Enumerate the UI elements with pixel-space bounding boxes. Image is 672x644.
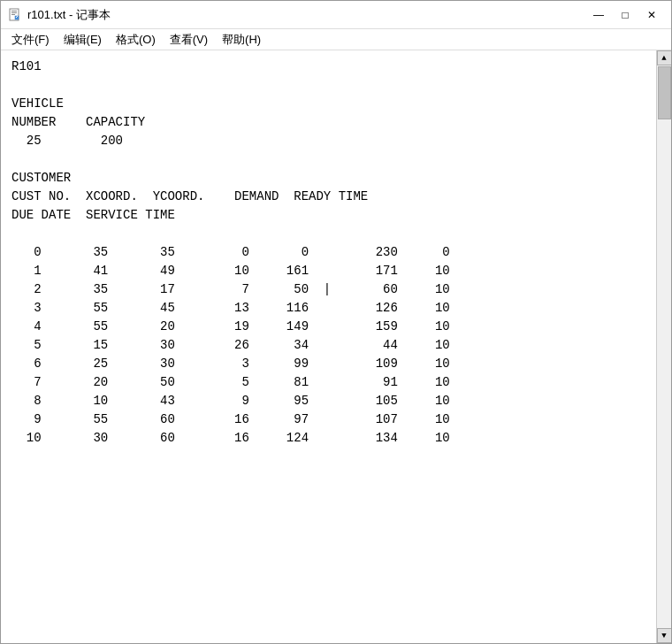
- close-button[interactable]: ✕: [639, 5, 664, 25]
- scroll-up-button[interactable]: ▲: [657, 50, 672, 65]
- window-title: r101.txt - 记事本: [27, 7, 111, 23]
- title-bar-left: r101.txt - 记事本: [8, 7, 111, 23]
- scroll-thumb[interactable]: [658, 66, 671, 119]
- menu-file[interactable]: 文件(F): [4, 30, 57, 50]
- menu-bar: 文件(F) 编辑(E) 格式(O) 查看(V) 帮助(H): [1, 29, 671, 50]
- scroll-track[interactable]: [657, 65, 672, 628]
- minimize-button[interactable]: —: [586, 5, 611, 25]
- scroll-down-button[interactable]: ▼: [657, 628, 672, 643]
- menu-help[interactable]: 帮助(H): [215, 30, 268, 50]
- svg-rect-2: [11, 12, 17, 13]
- content-area: R101 VEHICLE NUMBER CAPACITY 25 200 CUST…: [1, 50, 671, 643]
- menu-edit[interactable]: 编辑(E): [57, 30, 109, 50]
- svg-rect-1: [11, 11, 17, 12]
- notepad-window: r101.txt - 记事本 — □ ✕ 文件(F) 编辑(E) 格式(O) 查…: [0, 0, 672, 644]
- title-controls: — □ ✕: [586, 5, 664, 25]
- menu-view[interactable]: 查看(V): [163, 30, 215, 50]
- maximize-button[interactable]: □: [613, 5, 638, 25]
- scrollbar: ▲ ▼: [656, 50, 671, 643]
- app-icon: [8, 8, 22, 22]
- text-editor[interactable]: R101 VEHICLE NUMBER CAPACITY 25 200 CUST…: [1, 50, 656, 643]
- svg-rect-3: [11, 14, 15, 15]
- menu-format[interactable]: 格式(O): [109, 30, 163, 50]
- title-bar: r101.txt - 记事本 — □ ✕: [1, 1, 671, 29]
